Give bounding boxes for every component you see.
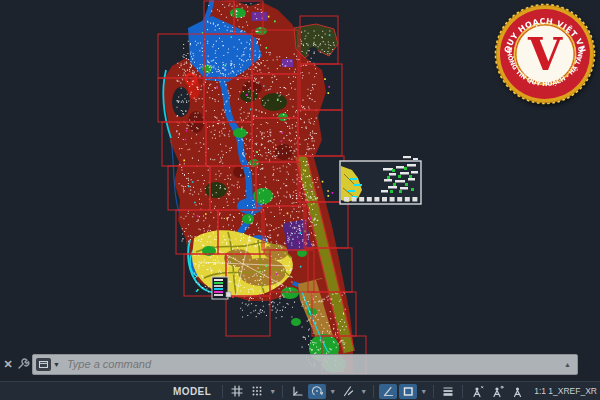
isodraft-icon[interactable] [339,384,357,399]
isodraft-dropdown[interactable]: ▼ [359,388,368,395]
map-body [163,0,354,373]
status-bar: MODEL ▼ ▼ ▼ ▼ [0,381,600,400]
command-chip-icon[interactable] [36,358,51,371]
close-icon[interactable]: ✕ [0,358,16,371]
osnap-dropdown[interactable]: ▼ [419,388,428,395]
divider [373,385,374,398]
command-input-bar[interactable]: ▼ ▲ [32,354,578,375]
divider [282,385,283,398]
command-input[interactable] [65,357,564,371]
model-space-button[interactable]: MODEL [173,386,211,397]
legend-frame [340,156,421,204]
quy-hoach-viet-nam-watermark-logo: QUY HOẠCH VIỆT VN THÔNG TIN QUY HOẠCH - … [492,0,598,106]
osnap-icon[interactable] [399,384,417,399]
annotation-visibility-icon[interactable] [468,384,486,399]
command-line-row: ✕ ▼ ▲ [0,353,600,375]
autocad-viewport: QUY HOẠCH VIỆT VN THÔNG TIN QUY HOẠCH - … [0,0,600,400]
lineweight-icon[interactable] [439,384,457,399]
recent-commands-icon[interactable]: ▲ [564,361,571,368]
snap-mode-icon[interactable] [248,384,266,399]
grid-display-icon[interactable] [228,384,246,399]
customize-wrench-icon[interactable] [16,357,30,371]
divider [433,385,434,398]
annotation-scale-icon[interactable] [508,384,526,399]
annotation-autoscale-icon[interactable] [488,384,506,399]
polar-dropdown[interactable]: ▼ [328,388,337,395]
annotation-scale-value[interactable]: 1:1 1_XREF_XR [534,386,597,396]
osnap-tracking-icon[interactable] [379,384,397,399]
divider [462,385,463,398]
snap-dropdown[interactable]: ▼ [268,388,277,395]
polar-tracking-icon[interactable] [308,384,326,399]
divider [222,385,223,398]
badge-letter: V [527,29,563,80]
chip-dropdown-icon[interactable]: ▼ [53,361,60,368]
ortho-icon[interactable] [288,384,306,399]
